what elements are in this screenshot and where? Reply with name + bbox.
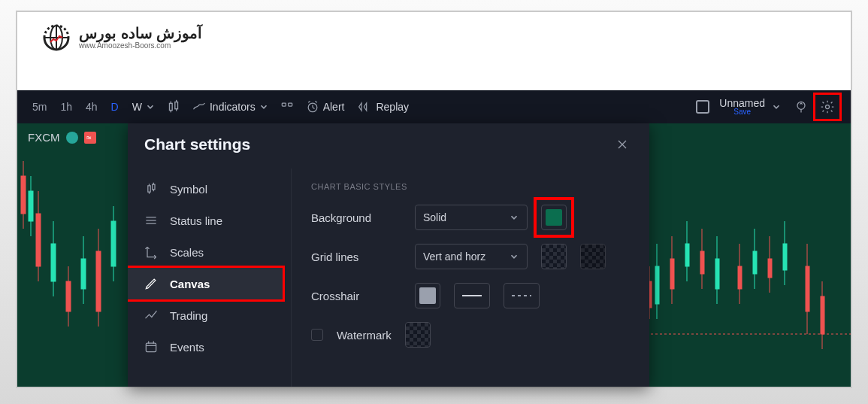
- background-type-select[interactable]: Solid: [415, 205, 528, 230]
- row-crosshair: Crosshair: [311, 283, 630, 308]
- sidebar-label: Events: [170, 341, 204, 354]
- interval-d[interactable]: D: [105, 98, 125, 116]
- replay-button[interactable]: Replay: [352, 96, 415, 117]
- background-color-swatch[interactable]: [541, 205, 567, 230]
- interval-w-label: W: [132, 101, 142, 113]
- logo-url-text: www.Amoozesh-Boors.com: [79, 42, 202, 50]
- trend-icon: [143, 307, 159, 324]
- replay-label: Replay: [376, 101, 409, 113]
- row-grid-lines: Grid lines Vert and horz: [311, 244, 630, 269]
- crosshair-width-select[interactable]: [454, 283, 490, 308]
- settings-content: CHART BASIC STYLES Background Solid Grid…: [292, 169, 649, 387]
- indicators-button[interactable]: Indicators: [186, 96, 275, 117]
- svg-rect-3: [169, 103, 172, 110]
- candlestick-chart-right: [633, 146, 851, 379]
- globe-icon: [40, 21, 73, 54]
- save-label: Save: [733, 108, 751, 116]
- svg-rect-74: [146, 343, 156, 352]
- interval-4h[interactable]: 4h: [80, 98, 104, 116]
- calendar-icon: [143, 339, 159, 355]
- close-button[interactable]: [612, 134, 633, 155]
- chevron-down-icon: [509, 212, 519, 223]
- sidebar-label: Trading: [170, 309, 207, 322]
- grid-label: Grid lines: [311, 251, 401, 263]
- interval-w[interactable]: W: [126, 98, 162, 116]
- highlight-canvas-item: Canvas: [128, 266, 285, 302]
- chevron-down-icon: [259, 102, 269, 112]
- svg-rect-68: [153, 184, 155, 190]
- brand-logo: آموزش ساده بورس www.Amoozesh-Boors.com: [40, 21, 202, 54]
- layout-name-button[interactable]: Unnamed Save: [715, 98, 770, 116]
- grid-horz-color-swatch[interactable]: [580, 244, 606, 269]
- svg-rect-10: [288, 103, 292, 106]
- settings-sidebar: Symbol Status line Scales Canvas: [128, 169, 292, 387]
- approx-equal-icon: ≈: [84, 132, 96, 144]
- sidebar-item-canvas[interactable]: Canvas: [128, 268, 283, 299]
- highlight-settings-button: [813, 93, 842, 121]
- svg-line-14: [308, 102, 310, 103]
- sidebar-label: Scales: [170, 246, 204, 259]
- sidebar-item-status-line[interactable]: Status line: [128, 205, 291, 236]
- section-heading: CHART BASIC STYLES: [311, 182, 630, 191]
- ticker-symbol: FXCM: [28, 131, 60, 144]
- highlight-color-swatch: [534, 197, 574, 238]
- settings-gear-icon[interactable]: [817, 96, 838, 117]
- sidebar-item-events[interactable]: Events: [128, 331, 291, 363]
- chevron-down-icon: [509, 251, 519, 262]
- alert-label: Alert: [323, 101, 345, 113]
- chart-settings-modal: Chart settings Symbol Status line Scales: [128, 123, 649, 387]
- axes-icon: [143, 244, 159, 260]
- sidebar-item-scales[interactable]: Scales: [128, 236, 291, 268]
- sidebar-label: Canvas: [170, 278, 210, 290]
- svg-marker-16: [359, 103, 361, 111]
- svg-text:≈: ≈: [86, 132, 92, 143]
- indicators-icon: [192, 99, 207, 114]
- replay-icon: [358, 99, 373, 114]
- chevron-down-icon: [145, 102, 156, 112]
- interval-1h[interactable]: 1h: [54, 98, 78, 116]
- ticker-bar: FXCM ≈: [28, 131, 96, 144]
- svg-line-15: [315, 102, 317, 103]
- pencil-icon: [143, 275, 159, 292]
- grid-type-select[interactable]: Vert and horz: [415, 244, 528, 269]
- watermark-label: Watermark: [337, 329, 392, 342]
- quick-search-icon[interactable]: [791, 96, 812, 117]
- select-value: Solid: [423, 211, 446, 223]
- svg-line-13: [313, 108, 315, 109]
- candles-icon[interactable]: [163, 96, 184, 117]
- sidebar-item-trading[interactable]: Trading: [128, 299, 291, 331]
- checkbox-empty-icon[interactable]: [692, 96, 713, 117]
- candle-icon: [143, 181, 159, 197]
- svg-rect-6: [175, 102, 178, 109]
- layout-name-label: Unnamed: [719, 98, 765, 108]
- svg-marker-17: [364, 103, 367, 111]
- indicators-label: Indicators: [210, 101, 256, 113]
- grid-vert-color-swatch[interactable]: [541, 244, 567, 269]
- svg-point-20: [826, 105, 830, 109]
- background-label: Background: [311, 211, 401, 224]
- top-toolbar: 5m 1h 4h D W Indicators Alert Replay: [17, 90, 851, 123]
- sidebar-item-symbol[interactable]: Symbol: [128, 173, 291, 205]
- row-background: Background Solid: [311, 205, 630, 230]
- lines-icon: [143, 212, 159, 229]
- svg-rect-9: [282, 103, 286, 106]
- alarm-icon: [305, 99, 320, 114]
- svg-rect-65: [148, 186, 150, 192]
- alert-button[interactable]: Alert: [299, 96, 351, 117]
- interval-5m[interactable]: 5m: [26, 98, 53, 116]
- watermark-checkbox[interactable]: [311, 329, 323, 341]
- logo-arabic-text: آموزش ساده بورس: [79, 26, 202, 41]
- crosshair-color-swatch[interactable]: [415, 283, 440, 308]
- crosshair-style-select[interactable]: [504, 283, 540, 308]
- watermark-color-swatch[interactable]: [405, 322, 431, 348]
- modal-title: Chart settings: [144, 135, 250, 153]
- select-value: Vert and horz: [423, 251, 485, 263]
- row-watermark: Watermark: [311, 322, 630, 348]
- market-open-dot-icon: [66, 132, 78, 144]
- chevron-down-icon[interactable]: [771, 102, 782, 112]
- candlestick-chart-left: [17, 146, 130, 379]
- sidebar-label: Symbol: [170, 183, 207, 196]
- sidebar-label: Status line: [170, 214, 222, 227]
- layout-icon[interactable]: [277, 96, 298, 117]
- crosshair-label: Crosshair: [311, 290, 401, 302]
